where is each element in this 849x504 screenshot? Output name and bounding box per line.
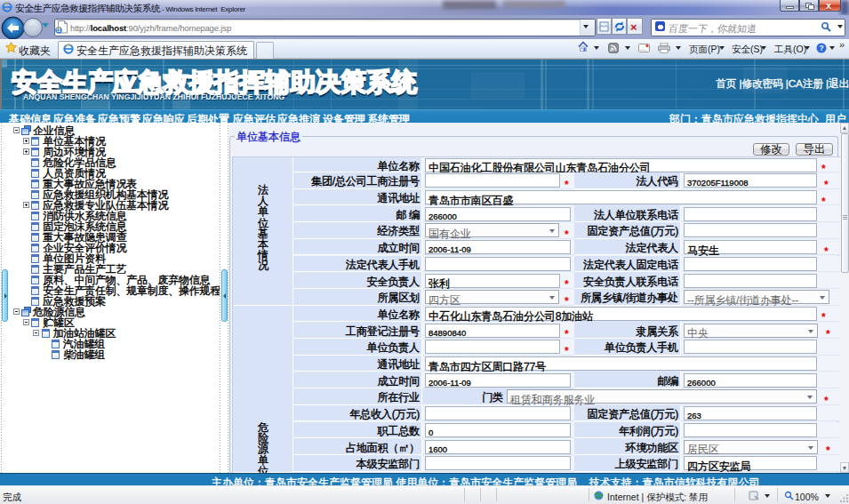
svg-text:?: ?: [819, 44, 823, 52]
